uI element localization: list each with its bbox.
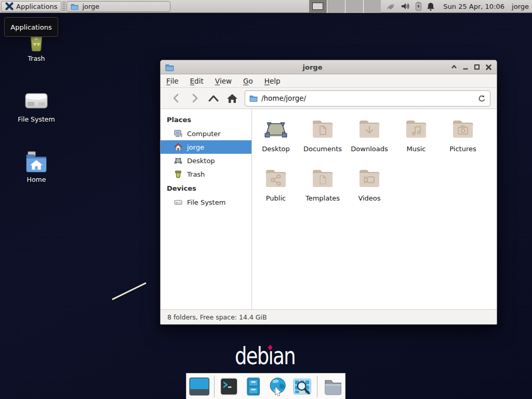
folder-icon — [249, 94, 258, 102]
workspace-2[interactable] — [327, 0, 345, 13]
sidebar-item-trash[interactable]: Trash — [161, 167, 251, 181]
desktop-icon — [174, 156, 182, 165]
workspace-3[interactable] — [345, 0, 363, 13]
public-folder-icon — [263, 166, 288, 191]
sidebar-item-filesystem[interactable]: File System — [161, 195, 251, 209]
drive-small-icon — [174, 198, 182, 206]
workspace-4[interactable] — [363, 0, 381, 13]
file-item-label: Downloads — [346, 145, 393, 153]
file-item-desktop[interactable]: Desktop — [252, 116, 299, 153]
file-cabinet-icon[interactable] — [244, 377, 263, 396]
close-button[interactable] — [485, 64, 492, 71]
trash-small-icon — [174, 170, 182, 178]
maximize-button[interactable] — [474, 64, 480, 70]
file-item-documents[interactable]: Documents — [299, 116, 346, 153]
menu-go[interactable]: Go — [237, 74, 259, 87]
terminal-icon[interactable] — [219, 377, 238, 396]
applications-tooltip: Applications — [4, 17, 58, 37]
panel-handle[interactable] — [62, 2, 65, 11]
desktop-screen: Applications jorge — [0, 0, 532, 399]
up-button[interactable] — [204, 90, 223, 106]
sidebar-item-desktop[interactable]: Desktop — [161, 154, 251, 167]
session-username[interactable]: jorge — [512, 3, 529, 10]
file-item-label: Desktop — [252, 145, 299, 153]
status-text: 8 folders, Free space: 14.4 GiB — [167, 313, 267, 321]
window-folder-icon — [165, 63, 174, 72]
menu-help[interactable]: Help — [259, 74, 286, 87]
desktop-icon-label: File System — [11, 115, 61, 123]
back-button[interactable] — [167, 90, 185, 106]
file-item-label: Videos — [346, 194, 393, 202]
computer-icon — [174, 129, 182, 138]
dock-separator — [214, 376, 215, 397]
sidebar-item-computer[interactable]: Computer — [161, 127, 251, 140]
file-item-label: Documents — [299, 145, 346, 153]
sidebar-item-label: File System — [187, 198, 225, 206]
toolbar: /home/jorge/ — [161, 88, 497, 109]
bottom-dock — [186, 373, 345, 399]
home-folder-icon — [24, 151, 49, 174]
desktop-icon-label: Home — [11, 176, 61, 183]
show-desktop-icon[interactable] — [189, 377, 209, 396]
applications-menu-label: Applications — [16, 3, 57, 10]
forward-button[interactable] — [185, 90, 204, 106]
user-home-icon — [174, 143, 182, 151]
desktop-item-icon — [263, 116, 288, 141]
file-item-templates[interactable]: Templates — [299, 166, 346, 202]
folder-launcher-icon[interactable] — [322, 377, 342, 396]
file-item-label: Templates — [299, 194, 346, 202]
file-item-music[interactable]: Music — [393, 116, 440, 153]
titlebar[interactable]: jorge — [161, 60, 497, 74]
menu-edit[interactable]: Edit — [184, 74, 209, 87]
downloads-folder-icon — [357, 116, 382, 141]
file-item-public[interactable]: Public — [252, 166, 299, 202]
network-icon[interactable] — [386, 2, 396, 11]
file-item-downloads[interactable]: Downloads — [346, 116, 393, 153]
pictures-folder-icon — [450, 116, 475, 141]
app-finder-icon[interactable] — [292, 377, 312, 396]
file-item-videos[interactable]: Videos — [346, 166, 393, 202]
system-tray — [386, 2, 435, 11]
workspace-switcher[interactable] — [309, 0, 381, 13]
taskbar-window-button[interactable]: jorge — [66, 1, 170, 12]
file-item-label: Pictures — [440, 145, 486, 153]
music-folder-icon — [404, 116, 429, 141]
workspace-1[interactable] — [309, 0, 327, 13]
reload-icon[interactable] — [478, 95, 486, 102]
window-content: Places Computer — [161, 109, 497, 309]
file-item-label: Music — [393, 145, 440, 153]
shade-button[interactable] — [451, 64, 457, 70]
sidebar-item-label: Trash — [187, 170, 205, 178]
notifications-bell-icon[interactable] — [427, 2, 435, 11]
top-panel: Applications jorge — [0, 0, 532, 13]
documents-folder-icon — [310, 116, 335, 141]
clock[interactable]: Sun 25 Apr, 10:06 — [443, 3, 504, 10]
pencil-line — [112, 282, 147, 300]
location-bar[interactable]: /home/jorge/ — [245, 90, 490, 107]
sidebar-item-label: jorge — [187, 143, 204, 151]
sidebar-header-places: Places — [161, 112, 251, 127]
battery-icon[interactable] — [415, 2, 422, 11]
file-manager-window: jorge File Edit View Go Help — [160, 60, 497, 325]
taskbar-window-label: jorge — [82, 3, 99, 10]
harddrive-icon — [24, 89, 49, 113]
sidebar-header-devices: Devices — [161, 181, 251, 195]
xfce-applications-icon — [5, 2, 14, 10]
menu-file[interactable]: File — [161, 74, 184, 87]
file-item-pictures[interactable]: Pictures — [440, 116, 486, 153]
minimize-button[interactable] — [462, 64, 469, 70]
desktop-icon-filesystem[interactable]: File System — [11, 89, 61, 123]
sidebar-item-label: Desktop — [187, 157, 215, 165]
location-text: /home/jorge/ — [261, 94, 474, 102]
menu-view[interactable]: View — [209, 74, 237, 87]
applications-menu-button[interactable]: Applications — [1, 1, 61, 12]
desktop-icon-home[interactable]: Home — [11, 151, 61, 183]
file-grid: Desktop Documents — [252, 109, 497, 309]
web-browser-globe-icon[interactable] — [268, 377, 288, 396]
sidebar-item-jorge-selected[interactable]: jorge — [161, 140, 251, 154]
volume-icon[interactable] — [401, 2, 410, 10]
templates-folder-icon — [310, 166, 335, 191]
home-button[interactable] — [223, 90, 242, 106]
videos-folder-icon — [357, 166, 382, 191]
window-title: jorge — [177, 63, 448, 71]
